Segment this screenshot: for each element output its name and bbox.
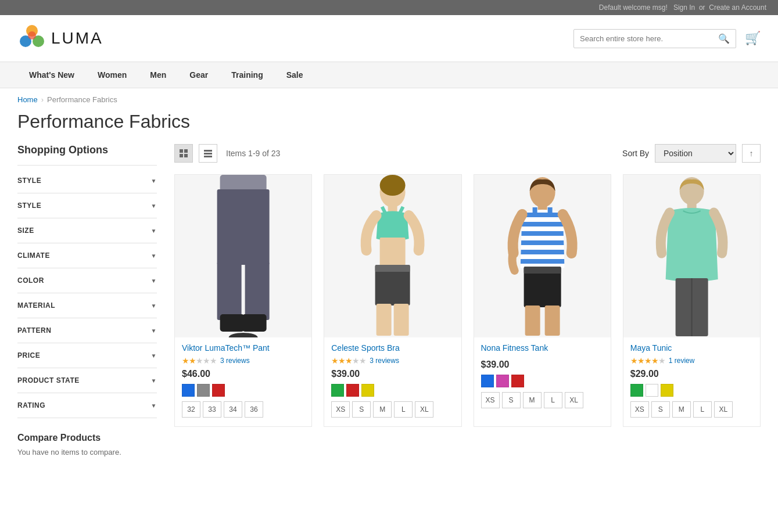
filter-material: MATERIAL ▼: [17, 293, 157, 318]
size-swatch-xs-4[interactable]: XS: [630, 401, 649, 418]
product-card-1: Viktor LumaTech™ Pant ★★★★★ 3 reviews $4…: [174, 174, 312, 427]
color-swatch-red-1[interactable]: [212, 384, 225, 397]
filter-header-style-1[interactable]: STYLE ▼: [17, 168, 157, 193]
size-swatch-xl-4[interactable]: XL: [714, 401, 733, 418]
reviews-link-2[interactable]: 3 reviews: [370, 357, 399, 365]
size-swatch-m-2[interactable]: M: [373, 401, 392, 418]
size-swatch-xs-2[interactable]: XS: [331, 401, 350, 418]
product-name-1[interactable]: Viktor LumaTech™ Pant: [182, 343, 304, 353]
filter-header-pattern[interactable]: PATTERN ▼: [17, 318, 157, 343]
filter-header-climate[interactable]: CLIMATE ▼: [17, 243, 157, 268]
filter-style-2: STYLE ▼: [17, 193, 157, 218]
svg-rect-34: [519, 240, 565, 245]
search-button[interactable]: 🔍: [718, 33, 730, 44]
size-swatch-34[interactable]: 34: [224, 401, 242, 418]
size-swatch-m-4[interactable]: M: [672, 401, 691, 418]
filter-style-1: STYLE ▼: [17, 168, 157, 193]
svg-rect-14: [245, 262, 270, 320]
stars-2: ★★★★★: [331, 356, 366, 365]
nav-item-men[interactable]: Men: [138, 62, 178, 88]
breadcrumb-home[interactable]: Home: [17, 95, 38, 104]
list-view-button[interactable]: [199, 144, 217, 163]
product-image-3: [474, 175, 611, 337]
create-account-link[interactable]: Create an Account: [709, 3, 766, 12]
color-swatch-white-4[interactable]: [646, 384, 658, 397]
product-name-2[interactable]: Celeste Sports Bra: [331, 343, 454, 353]
product-price-1: $46.00: [182, 369, 304, 379]
cart-icon[interactable]: 🛒: [745, 31, 761, 46]
filter-header-product-state[interactable]: PRODUCT STATE ▼: [17, 368, 157, 393]
filter-label-pattern: PATTERN: [17, 326, 51, 335]
svg-rect-12: [217, 189, 270, 265]
svg-rect-4: [180, 149, 183, 153]
signin-link[interactable]: Sign In: [673, 3, 695, 12]
size-swatch-s-2[interactable]: S: [352, 401, 371, 418]
filter-label-rating: RATING: [17, 401, 45, 409]
reviews-link-4[interactable]: 1 review: [669, 357, 695, 365]
nav-item-gear[interactable]: Gear: [178, 62, 220, 88]
svg-rect-27: [394, 304, 409, 336]
logo-text: LUMA: [51, 29, 103, 48]
chevron-material-icon: ▼: [151, 303, 157, 309]
size-swatch-xl-3[interactable]: XL: [565, 392, 583, 408]
size-swatch-s-4[interactable]: S: [651, 401, 670, 418]
filter-header-material[interactable]: MATERIAL ▼: [17, 293, 157, 318]
size-swatch-xl-2[interactable]: XL: [415, 401, 433, 418]
filter-price: PRICE ▼: [17, 343, 157, 368]
chevron-climate-icon: ▼: [151, 253, 157, 259]
size-swatch-36[interactable]: 36: [245, 401, 263, 418]
nav-item-training[interactable]: Training: [220, 62, 274, 88]
color-swatch-green-2[interactable]: [331, 384, 344, 397]
chevron-size-icon: ▼: [151, 228, 157, 234]
toolbar-right: Sort By Position Product Name Price ↑: [622, 144, 761, 163]
sort-direction-button[interactable]: ↑: [742, 144, 761, 163]
filter-header-rating[interactable]: RATING ▼: [17, 393, 157, 418]
sort-select[interactable]: Position Product Name Price: [655, 144, 736, 163]
product-grid: Viktor LumaTech™ Pant ★★★★★ 3 reviews $4…: [174, 174, 761, 427]
size-swatch-s-3[interactable]: S: [502, 392, 521, 408]
product-card-3: Nona Fitness Tank $39.00 XS S M L: [474, 174, 611, 427]
product-name-4[interactable]: Maya Tunic: [630, 343, 753, 353]
filter-header-style-2[interactable]: STYLE ▼: [17, 193, 157, 218]
size-swatch-xs-3[interactable]: XS: [481, 392, 500, 408]
product-info-1: Viktor LumaTech™ Pant ★★★★★ 3 reviews $4…: [175, 337, 311, 418]
product-name-3[interactable]: Nona Fitness Tank: [481, 343, 604, 353]
color-swatch-green-4[interactable]: [630, 384, 643, 397]
search-box[interactable]: 🔍: [573, 29, 736, 48]
filter-label-style-2: STYLE: [17, 202, 41, 210]
nav-item-women[interactable]: Women: [86, 62, 138, 88]
breadcrumb: Home › Performance Fabrics: [0, 88, 778, 111]
size-swatch-l-3[interactable]: L: [544, 392, 562, 408]
color-swatch-yellow-4[interactable]: [661, 384, 673, 397]
compare-title: Compare Products: [17, 433, 157, 443]
product-figure-striped-tank: [474, 175, 611, 337]
chevron-product-state-icon: ▼: [151, 378, 157, 384]
size-swatch-l-2[interactable]: L: [394, 401, 413, 418]
chevron-style-2-icon: ▼: [151, 203, 157, 209]
product-card-2: Celeste Sports Bra ★★★★★ 3 reviews $39.0…: [324, 174, 461, 427]
filter-header-size[interactable]: SIZE ▼: [17, 218, 157, 243]
size-swatch-33[interactable]: 33: [203, 401, 221, 418]
nav-item-sale[interactable]: Sale: [275, 62, 315, 88]
color-swatch-gray-1[interactable]: [197, 384, 210, 397]
nav-item-whats-new[interactable]: What's New: [17, 62, 86, 88]
filter-header-price[interactable]: PRICE ▼: [17, 343, 157, 368]
color-swatch-red-2[interactable]: [346, 384, 359, 397]
filter-label-price: PRICE: [17, 351, 40, 360]
svg-rect-36: [519, 259, 565, 264]
search-input[interactable]: [580, 34, 718, 43]
logo[interactable]: LUMA: [17, 24, 103, 53]
grid-view-button[interactable]: [174, 144, 193, 163]
color-swatch-pink-3[interactable]: [496, 375, 509, 387]
size-swatch-l-4[interactable]: L: [693, 401, 712, 418]
color-swatch-blue-1[interactable]: [182, 384, 195, 397]
color-swatch-yellow-2[interactable]: [361, 384, 374, 397]
filter-label-product-state: PRODUCT STATE: [17, 376, 80, 384]
size-swatch-32[interactable]: 32: [182, 401, 200, 418]
size-swatches-4: XS S M L XL: [630, 401, 753, 418]
color-swatch-red-3[interactable]: [511, 375, 524, 387]
color-swatch-blue-3[interactable]: [481, 375, 494, 387]
size-swatch-m-3[interactable]: M: [523, 392, 542, 408]
filter-header-color[interactable]: COLOR ▼: [17, 268, 157, 293]
reviews-link-1[interactable]: 3 reviews: [220, 357, 250, 365]
